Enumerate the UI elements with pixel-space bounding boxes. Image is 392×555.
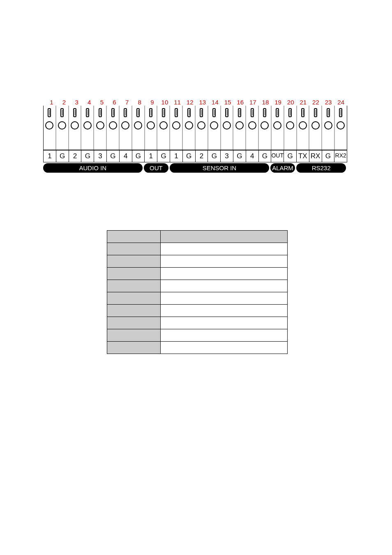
section-label: SENSOR IN <box>170 163 269 173</box>
terminal-hole-icon <box>185 121 193 130</box>
terminal-number: 19 <box>272 99 284 106</box>
terminal-hole-icon <box>235 121 244 130</box>
screw-slot-icon <box>339 108 342 117</box>
table-cell-value <box>161 280 288 292</box>
table-cell-value <box>161 317 288 329</box>
table-cell-value <box>161 231 288 243</box>
terminal-number: 4 <box>83 99 96 106</box>
terminal-slot <box>157 106 170 150</box>
terminal-number: 2 <box>58 99 71 106</box>
screw-slot-icon <box>212 108 216 117</box>
terminal-number: 9 <box>146 99 159 106</box>
terminal-diagram: 123456789101112131415161718192021222324 … <box>43 99 347 173</box>
terminal-hole-icon <box>134 121 142 130</box>
table-row <box>107 255 288 268</box>
pin-label: 1 <box>44 150 56 162</box>
terminal-slot <box>182 106 195 150</box>
pin-label: 2 <box>69 150 81 162</box>
table-cell-key <box>107 342 161 354</box>
table-row <box>107 243 288 255</box>
table-row <box>107 329 288 342</box>
terminal-number: 24 <box>334 99 347 106</box>
terminal-hole-icon <box>58 121 66 130</box>
terminal-hole-icon <box>299 121 307 130</box>
terminal-slot <box>81 106 94 150</box>
pin-label: G <box>157 150 170 162</box>
screw-slot-icon <box>111 108 115 117</box>
table-cell-key <box>107 305 161 317</box>
pin-label: 1 <box>144 150 157 162</box>
pin-label: OUT <box>271 150 284 162</box>
terminal-slot <box>271 106 284 150</box>
table-row <box>107 317 288 329</box>
screw-slot-icon <box>301 108 304 117</box>
screw-slot-icon <box>99 108 102 117</box>
screw-slot-icon <box>162 108 165 117</box>
terminal-number: 3 <box>70 99 83 106</box>
pin-label: RX <box>309 150 322 162</box>
section-label: ALARM <box>270 163 295 173</box>
table-cell-key <box>107 255 161 268</box>
table-cell-key <box>107 317 161 329</box>
terminal-hole-icon <box>337 121 345 130</box>
terminal-number: 13 <box>196 99 209 106</box>
spec-table <box>107 230 288 354</box>
screw-slot-icon <box>187 108 191 117</box>
terminal-number: 15 <box>221 99 234 106</box>
terminal-number: 11 <box>171 99 184 106</box>
section-label: OUT <box>144 163 168 173</box>
table-cell-value <box>161 342 288 354</box>
table-cell-value <box>161 292 288 305</box>
pin-label: 4 <box>119 150 132 162</box>
terminal-slot <box>297 106 309 150</box>
table-cell-value <box>161 268 288 280</box>
terminal-slot <box>195 106 208 150</box>
screw-slot-icon <box>276 108 279 117</box>
terminal-hole-icon <box>159 121 168 130</box>
table-cell-key <box>107 268 161 280</box>
terminal-slot <box>132 106 145 150</box>
table-cell-key <box>107 231 161 243</box>
pin-label: G <box>322 150 334 162</box>
pin-label: G <box>132 150 145 162</box>
screw-slot-icon <box>263 108 266 117</box>
terminal-slot <box>233 106 246 150</box>
pin-label: G <box>233 150 246 162</box>
table-row <box>107 292 288 305</box>
pin-label: G <box>56 150 69 162</box>
section-label: AUDIO IN <box>43 163 143 173</box>
terminal-number: 12 <box>184 99 196 106</box>
screw-slot-icon <box>124 108 127 117</box>
terminal-slot <box>334 106 347 150</box>
terminal-hole-icon <box>286 121 294 130</box>
table-cell-key <box>107 292 161 305</box>
terminal-hole-icon <box>311 121 320 130</box>
terminal-slot <box>309 106 322 150</box>
terminal-hole-icon <box>71 121 79 130</box>
pin-label: G <box>106 150 119 162</box>
table-cell-key <box>107 243 161 255</box>
table-cell-value <box>161 243 288 255</box>
screw-slot-icon <box>225 108 228 117</box>
screw-slot-icon <box>314 108 317 117</box>
screw-slot-icon <box>251 108 254 117</box>
terminal-slot <box>284 106 297 150</box>
terminal-slot <box>106 106 119 150</box>
pin-label: TX <box>296 150 309 162</box>
pin-label: RX2 <box>334 150 347 162</box>
table-cell-key <box>107 329 161 342</box>
screw-slot-icon <box>327 108 330 117</box>
screw-slot-icon <box>288 108 292 117</box>
table-row <box>107 342 288 354</box>
terminal-hole-icon <box>96 121 104 130</box>
terminal-number: 8 <box>133 99 146 106</box>
pin-label: 1 <box>170 150 182 162</box>
terminal-slot <box>258 106 271 150</box>
terminals-container <box>43 106 347 150</box>
screw-slot-icon <box>149 108 152 117</box>
pin-label: 3 <box>220 150 233 162</box>
pin-label: 4 <box>246 150 258 162</box>
terminal-hole-icon <box>109 121 117 130</box>
terminal-number: 5 <box>96 99 108 106</box>
terminal-slot <box>94 106 106 150</box>
